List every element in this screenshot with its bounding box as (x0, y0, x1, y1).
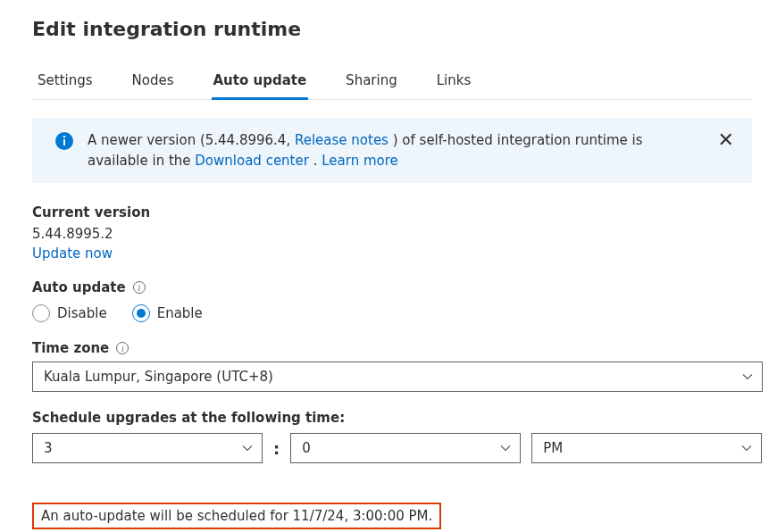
timezone-select[interactable]: Kuala Lumpur, Singapore (UTC+8) (32, 362, 763, 392)
timezone-label: Time zone (32, 340, 109, 356)
tab-links[interactable]: Links (435, 65, 473, 100)
schedule-hour-value: 3 (44, 440, 53, 456)
schedule-hour-select[interactable]: 3 (32, 433, 263, 463)
schedule-block: Schedule upgrades at the following time:… (32, 410, 752, 463)
tab-settings[interactable]: Settings (36, 65, 95, 100)
info-text-3: . (309, 153, 322, 169)
current-version-block: Current version 5.44.8995.2 Update now (32, 204, 752, 262)
auto-update-label: Auto update (32, 279, 126, 295)
info-hint-icon[interactable]: i (116, 342, 129, 354)
schedule-label: Schedule upgrades at the following time: (32, 410, 752, 426)
schedule-minute-select[interactable]: 0 (290, 433, 521, 463)
tab-auto-update[interactable]: Auto update (212, 65, 309, 100)
timezone-block: Time zone i Kuala Lumpur, Singapore (UTC… (32, 340, 752, 392)
schedule-ampm-value: PM (543, 440, 563, 456)
tab-nodes[interactable]: Nodes (130, 65, 176, 100)
time-colon: : (273, 439, 280, 458)
radio-enable-label: Enable (157, 305, 203, 321)
auto-update-radio-group: Disable Enable (32, 304, 752, 322)
release-notes-link[interactable]: Release notes (295, 132, 388, 148)
info-banner: A newer version (5.44.8996.4, Release no… (32, 118, 752, 183)
info-icon (55, 132, 73, 150)
tab-sharing[interactable]: Sharing (344, 65, 399, 100)
current-version-value: 5.44.8995.2 (32, 226, 752, 242)
radio-disable[interactable]: Disable (32, 304, 107, 322)
info-text-1: A newer version (5.44.8996.4, (88, 132, 295, 148)
chevron-down-icon (742, 371, 753, 382)
timezone-select-value: Kuala Lumpur, Singapore (UTC+8) (44, 369, 273, 385)
chevron-down-icon (242, 443, 253, 453)
radio-disable-label: Disable (57, 305, 107, 321)
schedule-minute-value: 0 (302, 440, 311, 456)
close-icon[interactable]: ✕ (713, 130, 739, 150)
update-now-link[interactable]: Update now (32, 245, 752, 262)
radio-circle-icon (132, 304, 150, 322)
chevron-down-icon (500, 443, 511, 453)
chevron-down-icon (741, 443, 752, 453)
radio-enable[interactable]: Enable (132, 304, 203, 322)
schedule-ampm-select[interactable]: PM (531, 433, 762, 463)
radio-circle-icon (32, 304, 50, 322)
info-hint-icon[interactable]: i (133, 281, 146, 294)
learn-more-link[interactable]: Learn more (322, 153, 398, 169)
tab-bar: Settings Nodes Auto update Sharing Links (32, 65, 752, 100)
info-banner-message: A newer version (5.44.8996.4, Release no… (88, 130, 698, 170)
schedule-summary-callout: An auto-update will be scheduled for 11/… (32, 503, 441, 529)
current-version-label: Current version (32, 204, 752, 220)
download-center-link[interactable]: Download center (195, 153, 309, 169)
page-title: Edit integration runtime (32, 18, 752, 40)
svg-point-2 (63, 136, 66, 138)
svg-rect-1 (63, 139, 65, 145)
auto-update-block: Auto update i Disable Enable (32, 279, 752, 322)
